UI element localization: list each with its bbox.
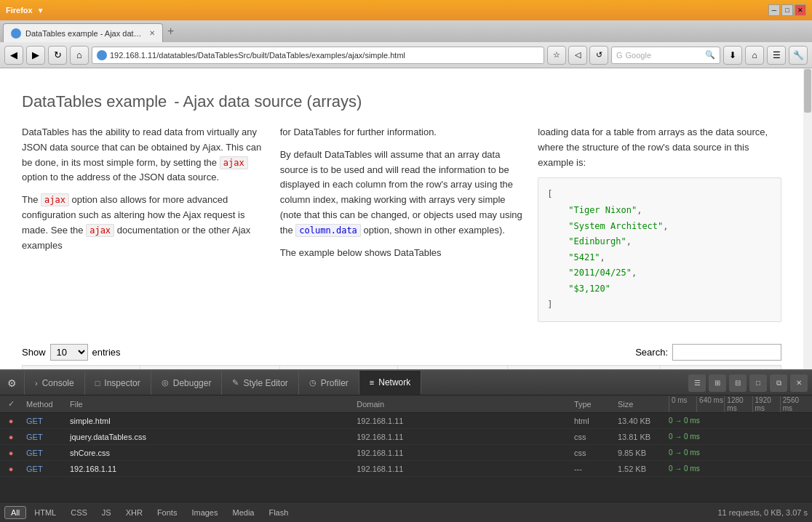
devtools-tab-debugger[interactable]: ◎ Debugger <box>151 371 223 395</box>
back-button[interactable]: ◀ <box>4 46 23 65</box>
row-status-4: ● <box>0 465 22 473</box>
entries-select[interactable]: 10 25 50 100 <box>50 344 88 361</box>
row-file-4: 192.168.1.11 <box>65 465 352 473</box>
col-domain-header: Domain <box>352 400 570 409</box>
row-type-3: css <box>570 449 613 457</box>
code-box: [ "Tiger Nixon", "System Architect", "Ed… <box>538 177 781 322</box>
row-timing-4: 0 → 0 ms <box>664 465 812 473</box>
bookmark-button[interactable]: ☆ <box>547 46 566 65</box>
tab-close-icon[interactable]: ✕ <box>149 29 155 37</box>
page-col-2: for DataTables for further information. … <box>280 125 524 322</box>
row-method-3: GET <box>22 449 65 457</box>
col1-para2: The ajax option also allows for more adv… <box>22 193 266 253</box>
devtools-settings-button[interactable]: ⚙ <box>0 371 25 395</box>
browser-title: Firefox <box>6 6 33 15</box>
network-row[interactable]: ● GET simple.html 192.168.1.11 html 13.4… <box>0 413 812 429</box>
filter-html[interactable]: HTML <box>28 506 63 519</box>
close-button[interactable]: ✕ <box>795 4 806 16</box>
code-line-7: ] <box>547 297 772 313</box>
devtools-btn-1[interactable]: ☰ <box>688 374 706 392</box>
row-status-3: ● <box>0 449 22 457</box>
tm-1920: 1920 ms <box>752 396 780 412</box>
search-input[interactable] <box>672 344 781 361</box>
reader-button[interactable]: ◁ <box>568 46 587 65</box>
col1-para1: DataTables has the ability to read data … <box>22 125 266 185</box>
devtools-close-button[interactable]: ✕ <box>790 374 808 392</box>
show-entries: Show 10 25 50 100 entries <box>22 344 121 361</box>
scrollbar-thumb[interactable] <box>804 69 811 113</box>
style-editor-tab-label: Style Editor <box>243 378 287 388</box>
code-line-4: "5421", <box>547 250 772 266</box>
row-timing-1: 0 → 0 ms <box>664 417 812 425</box>
datatable-controls: Show 10 25 50 100 entries Search: <box>22 337 781 365</box>
network-tab-label: Network <box>378 377 410 388</box>
addon-btn[interactable]: 🔧 <box>789 46 808 65</box>
new-tab-button[interactable]: + <box>163 25 178 38</box>
page-inner: DataTables example - Ajax data source (a… <box>0 68 803 369</box>
devtools-tab-profiler[interactable]: ◷ Profiler <box>299 371 359 395</box>
page-content: DataTables example - Ajax data source (a… <box>0 68 812 369</box>
search-bar[interactable]: G Google 🔍 <box>611 47 720 64</box>
refresh-button[interactable]: ↺ <box>589 46 608 65</box>
row-size-1: 13.40 KB <box>613 417 664 425</box>
network-icon: ≡ <box>370 378 374 387</box>
row-timing-2: 0 → 0 ms <box>664 433 812 441</box>
profiler-tab-label: Profiler <box>321 378 349 388</box>
devtools-tab-network[interactable]: ≡ Network <box>359 371 421 395</box>
row-timing-3: 0 → 0 ms <box>664 449 812 457</box>
inspector-icon: □ <box>95 379 100 388</box>
filter-fonts[interactable]: Fonts <box>151 506 184 519</box>
filter-js[interactable]: JS <box>95 506 118 519</box>
network-columns-header: ✓ Method File Domain Type Size 0 ms 640 … <box>0 395 812 413</box>
minimize-button[interactable]: ─ <box>768 4 780 16</box>
tm-1280: 1280 ms <box>724 396 752 412</box>
filter-media[interactable]: Media <box>226 506 260 519</box>
timeline-markers: 0 ms 640 ms 1280 ms 1920 ms 2560 ms <box>669 396 808 412</box>
browser-tab-active[interactable]: DataTables example - Ajax data source (.… <box>3 23 163 42</box>
url-bar[interactable]: 192.168.1.11/datatables/DataTablesSrc/bu… <box>92 47 544 64</box>
page-scrollbar[interactable] <box>803 68 812 369</box>
devtools-tab-console[interactable]: › Console <box>25 371 85 395</box>
filter-css[interactable]: CSS <box>64 506 94 519</box>
row-domain-1: 192.168.1.11 <box>352 417 570 425</box>
row-type-4: --- <box>570 465 613 473</box>
debugger-tab-label: Debugger <box>173 378 212 388</box>
download-button[interactable]: ⬇ <box>723 46 742 65</box>
search-label: Search: <box>635 347 668 358</box>
devtools-tab-style-editor[interactable]: ✎ Style Editor <box>222 371 298 395</box>
devtools-btn-3[interactable]: ⊟ <box>729 374 747 392</box>
maximize-button[interactable]: □ <box>781 4 793 16</box>
nav-bar: ◀ ▶ ↻ ⌂ 192.168.1.11/datatables/DataTabl… <box>0 42 812 68</box>
network-row[interactable]: ● GET shCore.css 192.168.1.11 css 9.85 K… <box>0 445 812 461</box>
network-status-bar: 11 requests, 0 KB, 3.07 s <box>717 508 808 517</box>
devtools-btn-4[interactable]: □ <box>749 374 767 392</box>
devtools-tab-inspector[interactable]: □ Inspector <box>85 371 151 395</box>
code-line-1: "Tiger Nixon", <box>547 203 772 219</box>
filter-xhr[interactable]: XHR <box>119 506 149 519</box>
home-btn2[interactable]: ⌂ <box>745 46 764 65</box>
row-type-2: css <box>570 433 613 441</box>
network-row[interactable]: ● GET jquery.dataTables.css 192.168.1.11… <box>0 429 812 445</box>
page-title-sub: - Ajax data source (arrays) <box>174 92 362 111</box>
filter-images[interactable]: Images <box>185 506 224 519</box>
title-bar-controls: ─ □ ✕ <box>768 4 806 16</box>
col-method-header: Method <box>22 400 65 409</box>
filter-all[interactable]: All <box>4 506 26 519</box>
devtools-btn-2[interactable]: ⊞ <box>709 374 726 392</box>
browser-window: Firefox ▼ ─ □ ✕ DataTables example - Aja… <box>0 0 812 522</box>
forward-button[interactable]: ▶ <box>26 46 45 65</box>
home-button[interactable]: ⌂ <box>70 46 89 65</box>
network-row[interactable]: ● GET 192.168.1.11 192.168.1.11 --- 1.52… <box>0 461 812 477</box>
network-filter-bar: All HTML CSS JS XHR Fonts Images Media F… <box>0 502 812 522</box>
reload-button[interactable]: ↻ <box>48 46 67 65</box>
col-timeline-header: 0 ms 640 ms 1280 ms 1920 ms 2560 ms <box>664 396 812 412</box>
style-editor-icon: ✎ <box>232 378 239 388</box>
devtools-btn-5[interactable]: ⧉ <box>770 374 787 392</box>
code-line-2: "System Architect", <box>547 219 772 235</box>
url-text: 192.168.1.11/datatables/DataTablesSrc/bu… <box>110 51 405 60</box>
menu-btn[interactable]: ☰ <box>767 46 786 65</box>
profiler-icon: ◷ <box>309 378 317 388</box>
row-size-4: 1.52 KB <box>613 465 664 473</box>
filter-flash[interactable]: Flash <box>262 506 295 519</box>
col-check: ✓ <box>0 399 22 409</box>
